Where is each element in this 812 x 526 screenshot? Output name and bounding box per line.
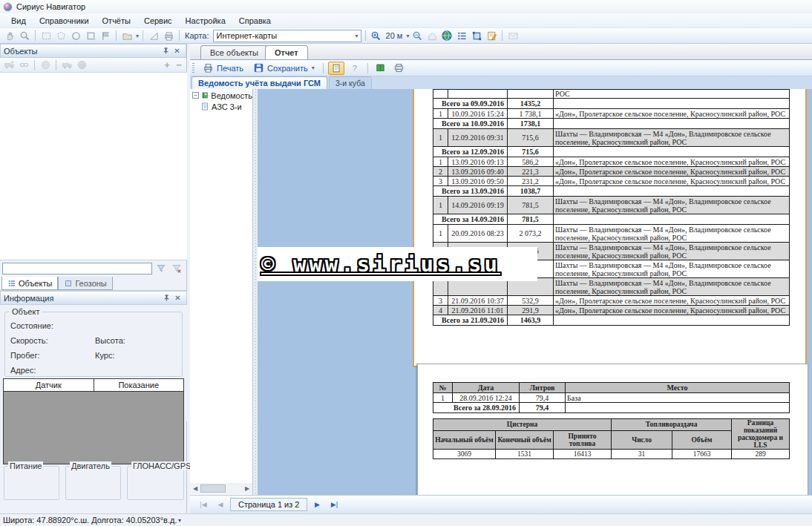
fuel-issue-table-2: №ДатаЛитровМесто128.09.2016 12:2479,4Баз…	[433, 382, 790, 413]
link-icon[interactable]	[17, 59, 30, 71]
layers-icon[interactable]	[120, 30, 134, 42]
objects-dock-panel: Объекты ✕ + − Объекты	[0, 44, 187, 513]
report-page-1: РОСВсего за 09.09.20161435,2110.09.2016 …	[413, 89, 807, 367]
scrollbar-thumb[interactable]	[200, 484, 226, 493]
tab-objects[interactable]: Объекты	[1, 277, 58, 290]
select-lasso-icon[interactable]	[54, 30, 68, 42]
world-icon[interactable]	[75, 59, 88, 71]
parameters-toggle-button[interactable]	[328, 62, 344, 75]
zoom-select-icon[interactable]	[18, 30, 31, 42]
globe-icon[interactable]	[440, 30, 454, 42]
tab-report-cuba-label: 3-и куба	[335, 79, 365, 88]
menu-bar: ВидСправочникиОтчётыСервисНастройкаСправ…	[0, 13, 812, 28]
remove-icon[interactable]: −	[174, 59, 184, 70]
close-icon[interactable]: ✕	[171, 46, 183, 56]
mail-icon[interactable]	[506, 30, 520, 42]
add-icon[interactable]: +	[162, 59, 172, 70]
total-label: Всего за 28.09.2016	[433, 403, 520, 413]
add-vehicle-icon[interactable]	[2, 59, 16, 71]
map-source-combobox[interactable]: Интернет-карты ▾	[213, 30, 361, 42]
save-button[interactable]: Сохранить ▾	[249, 62, 318, 74]
toolbar-grip[interactable]	[192, 63, 194, 73]
tree-node-root[interactable]: − Ведомость	[190, 89, 252, 100]
report-page-viewer[interactable]: РОСВсего за 09.09.20161435,2110.09.2016 …	[258, 89, 812, 495]
tab-report-vedomost[interactable]: Ведомость учёта выдачи ГСМ	[191, 76, 327, 89]
scroll-left-icon[interactable]: ◀	[190, 485, 200, 492]
scroll-right-icon[interactable]: ▶	[242, 485, 252, 492]
table-cell	[554, 147, 790, 157]
table-cell	[554, 214, 790, 225]
select-square-icon[interactable]	[84, 30, 97, 42]
table-row: 313.09.2016 09:50231,2«Дон», Пролетарско…	[433, 177, 790, 186]
tree-horizontal-scrollbar[interactable]: ◀ ▶	[190, 483, 252, 494]
column-header: Литров	[520, 383, 566, 393]
total-label: Всего за 21.09.2016	[433, 315, 508, 326]
tree-node-child[interactable]: АЗС 3-и	[190, 100, 252, 111]
route-flag-icon[interactable]	[99, 30, 112, 42]
pan-hand-icon[interactable]	[3, 30, 16, 42]
clear-filter-icon[interactable]	[170, 263, 183, 275]
table-cell: 21.09.2016 10:37	[448, 296, 508, 306]
tab-all-objects[interactable]: Все объекты	[200, 45, 268, 59]
print-map-icon[interactable]	[162, 30, 175, 42]
zoom-scale-caret-icon[interactable]: ▾	[406, 33, 409, 39]
menu-item[interactable]: Справка	[232, 15, 278, 27]
zoom-scale-value[interactable]: 20 м	[384, 31, 405, 40]
menu-item[interactable]: Отчёты	[96, 15, 137, 27]
tab-report-vedomost-label: Ведомость учёта выдачи ГСМ	[198, 79, 321, 88]
objects-filter-input[interactable]	[2, 263, 152, 274]
geozones-icon[interactable]	[470, 30, 483, 42]
first-page-button[interactable]: |◀	[196, 498, 211, 511]
table-cell: 291,9	[508, 306, 554, 315]
pin-icon[interactable]	[160, 46, 171, 56]
objects-panel-header: Объекты ✕	[0, 44, 186, 58]
tab-report-cuba[interactable]: 3-и куба	[329, 76, 372, 89]
close-icon[interactable]: ✕	[172, 293, 183, 303]
table-row: 113.09.2016 09:13586,2«Дон», Пролетарско…	[433, 157, 790, 167]
table-cell: Шахты — Владимировская — М4 «Дон», Влади…	[554, 260, 790, 278]
status-caret-icon[interactable]: ▾	[178, 517, 181, 524]
table-cell	[433, 90, 448, 99]
table-row: РОС	[433, 90, 790, 99]
page-setup-button[interactable]	[391, 62, 407, 75]
table-cell: 12.09.2016 09:31	[448, 129, 508, 147]
zoom-in-icon[interactable]	[370, 30, 383, 42]
filter-icon[interactable]	[154, 263, 168, 275]
last-page-button[interactable]: ▶|	[327, 498, 341, 511]
home-view-icon[interactable]	[425, 30, 439, 42]
table-cell: 1	[433, 197, 448, 214]
table-cell: Шахты — Владимировская — М4 «Дон», Влади…	[554, 129, 790, 147]
help-button[interactable]: ?	[347, 62, 363, 75]
measure-icon[interactable]	[147, 30, 160, 42]
objects-list[interactable]	[0, 73, 187, 260]
table-cell: 2	[433, 167, 448, 177]
layers-caret-icon[interactable]: ▾	[136, 33, 139, 39]
tab-geozones[interactable]: Геозоны	[58, 277, 112, 290]
menu-item[interactable]: Вид	[4, 15, 33, 27]
table-cell: 3	[433, 296, 448, 306]
vehicle-icon[interactable]	[60, 59, 73, 71]
menu-item[interactable]: Сервис	[137, 15, 179, 27]
previous-page-button[interactable]: ◀	[213, 498, 228, 511]
table-row: Всего за 14.09.2016781,5	[433, 214, 790, 225]
globe-track-icon[interactable]	[39, 59, 52, 71]
edit-notes-icon[interactable]	[485, 30, 498, 42]
collapse-icon[interactable]: −	[192, 92, 199, 99]
menu-item[interactable]: Настройка	[179, 15, 232, 27]
select-circle-icon[interactable]	[69, 30, 82, 42]
speed-label: Скорость:	[10, 336, 48, 345]
zoom-out-icon[interactable]	[410, 30, 424, 42]
objects-list-icon[interactable]	[455, 30, 468, 42]
book-view-button[interactable]	[373, 62, 389, 75]
pin-icon[interactable]	[161, 293, 172, 303]
save-button-label: Сохранить	[267, 64, 308, 73]
next-page-button[interactable]: ▶	[310, 498, 324, 511]
tab-report[interactable]: Отчет	[265, 45, 308, 59]
table-cell: «Дон», Пролетарское сельское поселение, …	[554, 157, 790, 167]
print-button[interactable]: Печать	[199, 62, 247, 74]
table-row: Всего за 28.09.201679,4	[433, 403, 790, 413]
select-rect-icon[interactable]	[39, 30, 53, 42]
glonass-groupbox: ГЛОНАСС/GPS	[127, 466, 184, 500]
map-source-label: Карта:	[185, 31, 209, 40]
menu-item[interactable]: Справочники	[33, 15, 96, 27]
